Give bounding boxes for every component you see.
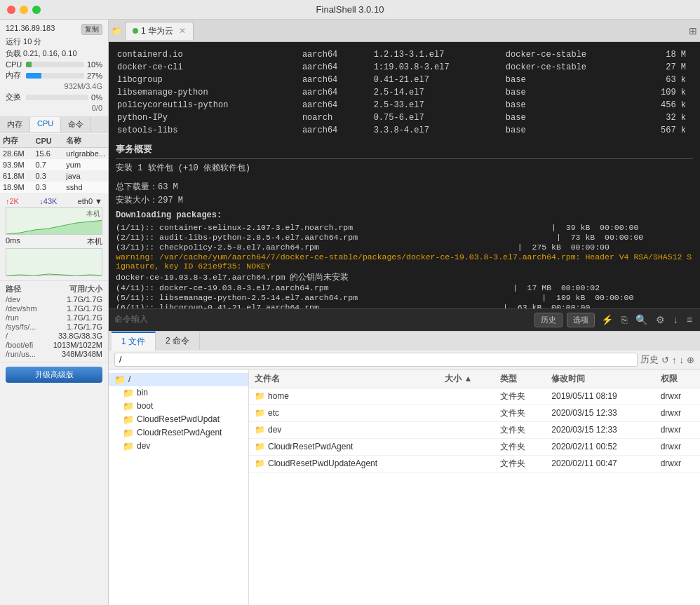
copy-icon[interactable]: ⎘: [619, 313, 629, 327]
tree-item-bin[interactable]: 📁 bin: [109, 386, 248, 400]
download-items-1: (1/11):: container-selinux-2.107-3.el7.n…: [116, 223, 693, 252]
file-table: 文件名 大小 ▲ 类型 修改时间 权限 📁home文件夹2019/05/11 0…: [249, 370, 700, 473]
boot-folder-icon: 📁: [123, 401, 134, 412]
total-download: 总下载量：63 M: [116, 181, 693, 193]
pkg-arch: aarch64: [302, 62, 372, 73]
net-interface[interactable]: eth0 ▼: [78, 197, 102, 205]
file-size: [439, 455, 494, 472]
disk-row: /sys/fs/...1.7G/1.7G: [6, 322, 102, 331]
file-size: [439, 388, 494, 405]
pkg-version: 1.2.13-3.1.el7: [374, 49, 504, 60]
cmd-bar: 历史 选项 ⚡ ⎘ 🔍 ⚙ ↓ ≡: [109, 308, 700, 331]
close-tab-button[interactable]: ✕: [179, 26, 186, 36]
main-container: 121.36.89.183 复制 运行 10 分 负载 0.21, 0.16, …: [0, 20, 700, 605]
swap-row: 交换 0%: [6, 92, 102, 102]
disk-row: /dev1.7G/1.7G: [6, 295, 102, 304]
file-row[interactable]: 📁CloudResetPwdUpdateAgent文件夹2020/02/11 0…: [249, 455, 700, 472]
pkg-size: 63 k: [645, 74, 692, 86]
new-folder-button[interactable]: ⊕: [687, 353, 694, 366]
history-button[interactable]: 历史: [534, 313, 563, 327]
pkg-row: python-IPynoarch0.75-6.el7base32 k: [117, 112, 692, 123]
close-button[interactable]: [7, 6, 15, 14]
disk-header: 路径 可用/大小: [6, 284, 102, 294]
tree-item-root[interactable]: 📁 /: [109, 373, 248, 386]
search-icon[interactable]: 🔍: [633, 313, 649, 327]
maximize-button[interactable]: [32, 6, 41, 14]
file-row[interactable]: 📁home文件夹2019/05/11 08:19drwxr: [249, 388, 700, 405]
disk-row: /33.8G/38.3G: [6, 332, 102, 340]
net-up: ↑2K: [6, 197, 19, 205]
file-row[interactable]: 📁CloudrResetPwdAgent文件夹2020/02/11 00:52d…: [249, 438, 700, 455]
minimize-button[interactable]: [20, 6, 28, 14]
tab-files[interactable]: 1 文件: [112, 332, 156, 351]
tab-cmd[interactable]: 命令: [61, 117, 91, 132]
download-file-button[interactable]: ↓: [680, 353, 685, 366]
file-size: [439, 405, 494, 421]
tree-item-cloudreset[interactable]: 📁 CloudResetPwdUpdat: [109, 413, 248, 426]
disk-size: 1.7G/1.7G: [67, 322, 102, 331]
pkg-size: 18 M: [645, 49, 692, 60]
file-name: 📁dev: [249, 421, 439, 438]
download-icon[interactable]: ↓: [671, 313, 680, 327]
net-chart-label: 本机: [86, 209, 100, 219]
refresh-button[interactable]: ↺: [661, 353, 669, 366]
upload-button[interactable]: ↑: [672, 353, 677, 366]
more-icon[interactable]: ≡: [685, 313, 694, 327]
tab-mem[interactable]: 内存: [0, 117, 30, 132]
ip-row: 121.36.89.183 复制: [6, 24, 102, 35]
mem-used: 932M/3.4G: [65, 82, 102, 90]
dl-item: (2/11):: audit-libs-python-2.8.5-4.el7.a…: [116, 233, 693, 242]
disk-path: /run: [6, 313, 19, 322]
pkg-row: libcgroupaarch640.41-21.el7base63 k: [117, 74, 692, 86]
proc-cpu: 0.3: [32, 170, 63, 182]
tree-item-boot[interactable]: 📁 boot: [109, 400, 248, 413]
file-name: 📁home: [249, 388, 439, 405]
key-line: docker-ce-19.03.8-3.el7.aarch64.rpm 的公钥尚…: [116, 272, 693, 283]
pkg-repo: docker-ce-stable: [506, 62, 644, 73]
copy-ip-button[interactable]: 复制: [81, 24, 102, 35]
process-row: 93.9M0.7yum: [0, 159, 108, 170]
tree-item-dev[interactable]: 📁 dev: [109, 440, 248, 453]
connection-tab[interactable]: 1 华为云 ✕: [125, 22, 194, 40]
tree-item-cloudr[interactable]: 📁 CloudrResetPwdAgent: [109, 426, 248, 440]
pkg-size: 109 k: [645, 87, 692, 98]
tab-commands[interactable]: 2 命令: [156, 332, 200, 350]
history-file-button[interactable]: 历史: [640, 353, 659, 366]
process-table-container: 内存 CPU 名称 28.6M15.6urlgrabbe...93.9M0.7y…: [0, 132, 108, 194]
process-table: 内存 CPU 名称 28.6M15.6urlgrabbe...93.9M0.7y…: [0, 134, 108, 193]
disk-path: /boot/efi: [6, 341, 33, 349]
cpu-row: CPU 10%: [6, 60, 102, 69]
proc-name: java: [63, 170, 108, 182]
grid-view-icon[interactable]: ⊞: [689, 25, 697, 36]
file-folder-icon: 📁: [255, 458, 265, 468]
option-button[interactable]: 选项: [567, 313, 595, 327]
disk-size: 1013M/1022M: [53, 341, 102, 349]
pkg-version: 3.3.8-4.el7: [374, 125, 504, 136]
file-path-input[interactable]: [114, 353, 638, 367]
proc-cpu: 0.3: [32, 182, 63, 193]
dl-item: (6/11):: libcgroup-0.41-21.el7.aarch64.r…: [116, 303, 693, 308]
terminal-area[interactable]: containerd.ioaarch641.2.13-3.1.el7docker…: [109, 42, 700, 308]
file-row[interactable]: 📁etc文件夹2020/03/15 12:33drwxr: [249, 405, 700, 421]
disk-path: /run/us...: [6, 350, 36, 358]
titlebar: FinalShell 3.0.10: [0, 0, 700, 20]
file-folder-icon: 📁: [255, 442, 265, 451]
tab-cpu[interactable]: CPU: [30, 117, 61, 132]
file-path-icons: 历史 ↺ ↑ ↓ ⊕: [640, 353, 694, 366]
disk-path: /dev/shm: [6, 304, 37, 313]
cmd-input[interactable]: [114, 315, 530, 325]
disk-col-size: 可用/大小: [69, 284, 102, 294]
pkg-row: policycoreutils-pythonaarch642.5-33.el7b…: [117, 100, 692, 111]
file-row[interactable]: 📁dev文件夹2020/03/15 12:33drwxr: [249, 421, 700, 438]
file-type: 文件夹: [494, 405, 546, 421]
lightning-icon[interactable]: ⚡: [599, 313, 615, 327]
download-items-2: (4/11):: docker-ce-19.03.8-3.el7.aarch64…: [116, 283, 693, 308]
settings-icon[interactable]: ⚙: [654, 313, 667, 327]
file-type: 文件夹: [494, 421, 546, 438]
ip-address: 121.36.89.183: [6, 24, 55, 35]
root-folder-icon: 📁: [114, 374, 126, 385]
net-chart: 本机: [6, 207, 102, 235]
pkg-size: 456 k: [645, 100, 692, 111]
upgrade-button[interactable]: 升级高级版: [6, 367, 102, 383]
cloudreset-folder-icon: 📁: [123, 414, 134, 425]
